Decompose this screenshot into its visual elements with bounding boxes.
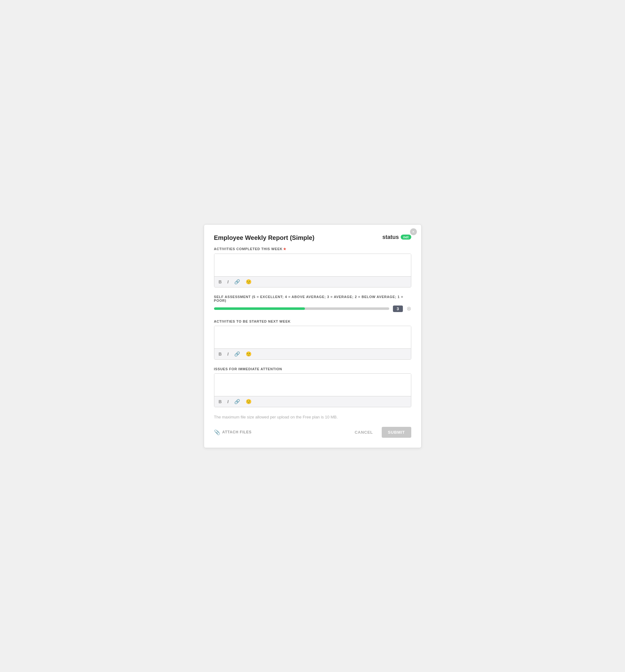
link-button-1[interactable]: 🔗 <box>233 279 241 285</box>
activities-next-week-editor: B I 🔗 🙂 <box>214 326 411 360</box>
italic-button-1[interactable]: I <box>226 279 230 285</box>
bold-button-3[interactable]: B <box>217 399 223 404</box>
activities-completed-toolbar: B I 🔗 🙂 <box>214 276 411 287</box>
bold-button-1[interactable]: B <box>217 279 223 285</box>
issues-toolbar: B I 🔗 🙂 <box>214 396 411 407</box>
bold-button-2[interactable]: B <box>217 351 223 357</box>
submit-button[interactable]: SUBMIT <box>382 427 411 438</box>
attach-files-button[interactable]: 📎 ATTACH FILES <box>214 429 252 435</box>
activities-completed-input[interactable] <box>214 254 411 275</box>
issues-section: ISSUES FOR IMMEDIATE ATTENTION B I 🔗 🙂 <box>214 367 411 407</box>
footer-actions: CANCEL SUBMIT <box>351 427 411 438</box>
activities-next-week-toolbar: B I 🔗 🙂 <box>214 349 411 359</box>
brand-area: status net <box>382 234 411 240</box>
modal-container: × Employee Weekly Report (Simple) status… <box>204 224 422 448</box>
form-footer: 📎 ATTACH FILES CANCEL SUBMIT <box>214 424 411 438</box>
link-button-3[interactable]: 🔗 <box>233 398 241 405</box>
issues-editor: B I 🔗 🙂 <box>214 373 411 407</box>
required-star: ★ <box>283 247 287 251</box>
activities-completed-section: ACTIVITIES COMPLETED THIS WEEK★ B I 🔗 🙂 <box>214 247 411 287</box>
modal-header: Employee Weekly Report (Simple) status n… <box>214 234 411 241</box>
activities-next-week-input[interactable] <box>214 326 411 347</box>
file-info-text: The maximum file size allowed per upload… <box>214 415 411 419</box>
issues-input[interactable] <box>214 374 411 395</box>
emoji-button-2[interactable]: 🙂 <box>244 351 253 358</box>
emoji-button-3[interactable]: 🙂 <box>244 398 253 405</box>
paperclip-icon: 📎 <box>214 429 221 435</box>
attach-label: ATTACH FILES <box>222 430 251 434</box>
activities-next-week-section: ACTIVITIES TO BE STARTED NEXT WEEK B I 🔗… <box>214 319 411 360</box>
self-assessment-section: SELF ASSESSMENT (5 = EXCELLENT; 4 = ABOV… <box>214 295 411 312</box>
link-button-2[interactable]: 🔗 <box>233 351 241 358</box>
slider-track-container[interactable] <box>214 307 389 310</box>
modal-title: Employee Weekly Report (Simple) <box>214 234 314 241</box>
activities-next-week-label: ACTIVITIES TO BE STARTED NEXT WEEK <box>214 319 411 323</box>
self-assessment-label: SELF ASSESSMENT (5 = EXCELLENT; 4 = ABOV… <box>214 295 411 303</box>
cancel-button[interactable]: CANCEL <box>351 428 377 437</box>
issues-label: ISSUES FOR IMMEDIATE ATTENTION <box>214 367 411 371</box>
slider-value-badge: 3 <box>393 306 403 312</box>
brand-badge: net <box>401 235 411 240</box>
slider-row: 3 ⊗ <box>214 306 411 312</box>
close-button[interactable]: × <box>410 229 417 235</box>
activities-completed-editor: B I 🔗 🙂 <box>214 254 411 287</box>
brand-text: status <box>382 234 399 240</box>
italic-button-2[interactable]: I <box>226 351 230 357</box>
emoji-button-1[interactable]: 🙂 <box>244 279 253 285</box>
slider-clear-button[interactable]: ⊗ <box>407 306 411 311</box>
activities-completed-label: ACTIVITIES COMPLETED THIS WEEK★ <box>214 247 411 251</box>
italic-button-3[interactable]: I <box>226 399 230 404</box>
